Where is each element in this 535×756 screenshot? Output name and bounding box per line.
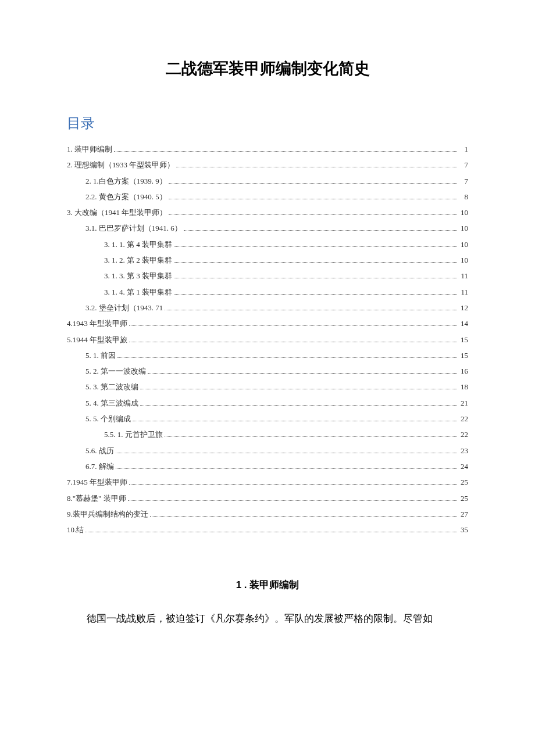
toc-entry-page: 12 [459,300,468,316]
toc-entry-page: 16 [459,363,468,379]
toc-entry-number: 10. [67,522,76,538]
toc-dots [174,294,457,295]
toc-entry-number: 3. 1. 2. 第 2 装甲集群 [104,252,172,268]
toc-dots [165,436,457,437]
toc-entry-number: 5. 3. 第二波改编 [85,379,138,395]
toc-entry-number: 6. [85,458,91,474]
toc-dots [169,214,457,215]
toc-entry-number: 5. 5. 个别编成 [85,411,131,427]
toc-entry[interactable]: 3. 1. 2. 第 2 装甲集群10 [67,252,468,268]
toc-entry-page: 15 [459,347,468,363]
toc-entry-page: 18 [459,379,468,395]
toc-dots [140,405,457,406]
toc-entry-page: 10 [459,205,468,220]
toc-entry-number: 4. [67,316,73,331]
toc-dots [85,532,457,532]
toc-dots [117,357,457,358]
toc-entry-page: 10 [459,237,468,252]
toc-dots [165,310,457,310]
toc-entry-page: 10 [459,220,468,236]
toc-entry-label: "慕赫堡" 装甲师 [73,490,126,506]
toc-entry-label: 结 [76,522,84,538]
toc-entry-page: 15 [459,332,468,347]
toc-entry-label: 7. 解编 [91,458,114,474]
toc-dots [176,167,457,167]
toc-entry[interactable]: 3. 1. 巴巴罗萨计划（1941. 6）10 [67,220,468,236]
toc-entry-label: 1944 年型装甲旅 [73,332,127,347]
toc-entry-label: 1. 巴巴罗萨计划（1941. 6） [91,220,182,236]
toc-entry-number: 7. [67,474,73,490]
toc-dots [129,325,457,326]
toc-entry[interactable]: 4. 1943 年型装甲师14 [67,316,468,331]
toc-entry[interactable]: 3. 大改编（1941 年型装甲师）10 [67,205,468,220]
body-paragraph: 德国一战战败后，被迫签订《凡尔赛条约》。军队的发展被严格的限制。尽管如 [67,609,468,629]
toc-dots [114,151,457,152]
toc-entry-page: 25 [459,490,468,506]
toc-entry-page: 7 [459,173,468,189]
toc-entry-label: 装甲兵编制结构的变迁 [73,506,148,522]
toc-entry-page: 1 [459,141,468,157]
toc-dots [148,373,457,374]
toc-entry-number: 8. [67,490,73,506]
toc-dots [129,342,457,342]
toc-entry[interactable]: 6. 7. 解编24 [67,458,468,474]
section-heading-1: 1 . 装甲师编制 [67,578,468,592]
toc-entry[interactable]: 8. "慕赫堡" 装甲师25 [67,490,468,506]
toc-entry-label: 白色方案（1939. 9） [99,173,167,189]
toc-entry-page: 11 [459,284,468,300]
toc-entry-page: 11 [459,268,468,284]
toc-entry-page: 22 [459,427,468,442]
toc-dots [169,183,457,184]
toc-entry[interactable]: 3. 1. 4. 第 1 装甲集群11 [67,284,468,300]
table-of-contents: 1 . 装甲师编制12 . 理想编制（1933 年型装甲师）72. 1. 白色方… [67,141,468,538]
toc-entry[interactable]: 1 . 装甲师编制1 [67,141,468,157]
toc-entry[interactable]: 5. 3. 第二波改编18 [67,379,468,395]
toc-entry-page: 22 [459,411,468,427]
document-title: 二战德军装甲师编制变化简史 [67,58,468,79]
toc-entry[interactable]: 5. 6. 战历23 [67,443,468,458]
toc-dots [129,484,457,485]
toc-entry-page: 8 [459,189,468,205]
toc-entry[interactable]: 7. 1945 年型装甲师25 [67,474,468,490]
toc-entry[interactable]: 3. 1. 1. 第 4 装甲集群10 [67,237,468,252]
toc-entry-number: 5. 4. 第三波编成 [85,395,138,411]
toc-dots [140,389,457,389]
toc-entry-page: 24 [459,458,468,474]
toc-entry-number: 5. 1. 前因 [85,347,116,363]
toc-entry-number: 5. [67,332,73,347]
toc-entry-number: 5. 2. 第一一波改编 [85,363,146,379]
toc-dots [116,453,457,453]
toc-entry-number: 2. 1. [85,173,99,189]
toc-entry[interactable]: 3. 1. 3. 第 3 装甲集群11 [67,268,468,284]
toc-entry[interactable]: 3. 2. 堡垒计划（1943. 7112 [67,300,468,316]
toc-dots [150,516,457,517]
toc-entry-number: 5. [104,427,110,442]
toc-entry[interactable]: 5. 1944 年型装甲旅15 [67,332,468,347]
toc-entry[interactable]: 5. 5. 个别编成22 [67,411,468,427]
toc-entry-number: 9. [67,506,73,522]
toc-entry[interactable]: 2. 2. 黄色方案（1940. 5）8 [67,189,468,205]
toc-entry-number: 3. 1. 4. 第 1 装甲集群 [104,284,172,300]
toc-entry-page: 25 [459,474,468,490]
toc-entry-number: 3. [85,300,91,316]
toc-entry[interactable]: 10. 结35 [67,522,468,538]
toc-entry-label: . 理想编制（1933 年型装甲师） [71,157,175,173]
toc-entry[interactable]: 5. 2. 第一一波改编16 [67,363,468,379]
toc-entry-number: 3. 大改编（1941 年型装甲师） [67,205,167,220]
toc-entry-page: 10 [459,252,468,268]
toc-entry[interactable]: 2. 1. 白色方案（1939. 9）7 [67,173,468,189]
toc-entry[interactable]: 5. 1. 前因15 [67,347,468,363]
toc-entry-page: 35 [459,522,468,538]
toc-entry-page: 7 [459,157,468,173]
toc-entry-label: 1943 年型装甲师 [73,316,127,331]
toc-entry-label: 1945 年型装甲师 [73,474,127,490]
toc-entry[interactable]: 9. 装甲兵编制结构的变迁27 [67,506,468,522]
toc-entry[interactable]: 5. 4. 第三波编成21 [67,395,468,411]
toc-dots [184,230,457,231]
toc-dots [133,421,457,421]
toc-dots [116,468,457,469]
toc-entry[interactable]: 5. 5. 1. 元首护卫旅22 [67,427,468,442]
toc-entry-page: 21 [459,395,468,411]
toc-entry[interactable]: 2 . 理想编制（1933 年型装甲师）7 [67,157,468,173]
toc-dots [174,246,457,247]
